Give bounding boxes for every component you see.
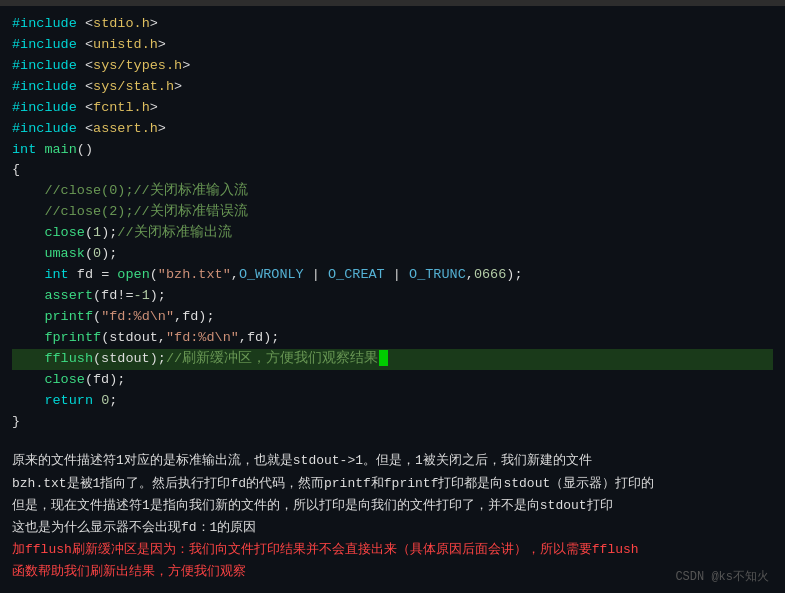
code-line: #include <assert.h> [12, 119, 773, 140]
code-line: //close(0);//关闭标准输入流 [12, 181, 773, 202]
watermark: CSDN @ks不知火 [675, 568, 769, 585]
code-line: fprintf(stdout,"fd:%d\n",fd); [12, 328, 773, 349]
code-line: close(fd); [12, 370, 773, 391]
code-line: return 0; [12, 391, 773, 412]
code-line: int main() [12, 140, 773, 161]
code-line: #include <fcntl.h> [12, 98, 773, 119]
code-line: //close(2);//关闭标准错误流 [12, 202, 773, 223]
code-line: printf("fd:%d\n",fd); [12, 307, 773, 328]
red-text-line: 加fflush刷新缓冲区是因为：我们向文件打印结果并不会直接出来（具体原因后面会… [12, 539, 773, 561]
code-line: umask(0); [12, 244, 773, 265]
code-line: { [12, 160, 773, 181]
code-section: #include <stdio.h> #include <unistd.h> #… [0, 6, 785, 440]
code-line: #include <sys/types.h> [12, 56, 773, 77]
code-line: #include <unistd.h> [12, 35, 773, 56]
red-text-line: 函数帮助我们刷新出结果，方便我们观察 [12, 561, 773, 583]
editor-window: #include <stdio.h> #include <unistd.h> #… [0, 0, 785, 593]
text-line: bzh.txt是被1指向了。然后执行打印fd的代码，然而printf和fprin… [12, 473, 773, 495]
text-section: 原来的文件描述符1对应的是标准输出流，也就是stdout->1。但是，1被关闭之… [0, 440, 785, 591]
code-line: int fd = open("bzh.txt",O_WRONLY | O_CRE… [12, 265, 773, 286]
code-line: close(1);//关闭标准输出流 [12, 223, 773, 244]
code-line: #include <stdio.h> [12, 14, 773, 35]
text-line: 原来的文件描述符1对应的是标准输出流，也就是stdout->1。但是，1被关闭之… [12, 450, 773, 472]
code-line: assert(fd!=-1); [12, 286, 773, 307]
text-line: 这也是为什么显示器不会出现fd：1的原因 [12, 517, 773, 539]
highlighted-code-line: fflush(stdout);//刷新缓冲区，方便我们观察结果 [12, 349, 773, 370]
code-line: } [12, 412, 773, 433]
code-line: #include <sys/stat.h> [12, 77, 773, 98]
text-line: 但是，现在文件描述符1是指向我们新的文件的，所以打印是向我们的文件打印了，并不是… [12, 495, 773, 517]
